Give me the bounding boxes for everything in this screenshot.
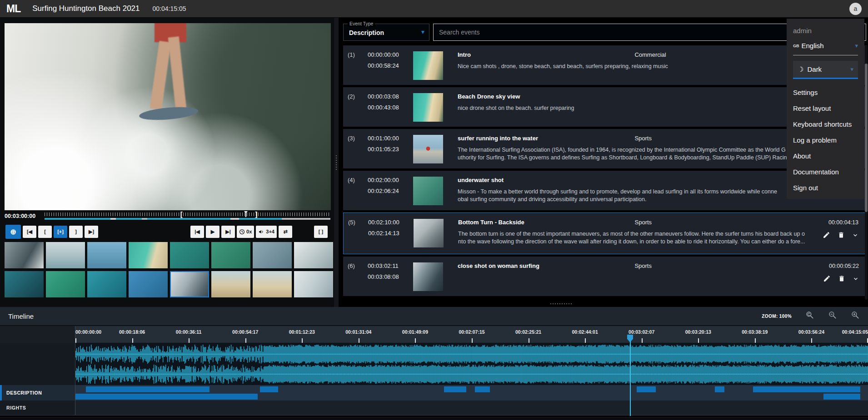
menu-item-sign-out[interactable]: Sign out [793, 180, 864, 196]
event-out-timecode: 00:01:05:23 [368, 146, 413, 153]
ruler-tick [302, 338, 303, 343]
audio-channels-button[interactable]: 3+4 [256, 226, 277, 238]
language-select[interactable]: GB English ▾ [793, 42, 858, 55]
filmstrip-thumbnail[interactable] [170, 242, 209, 268]
menu-username: admin [793, 27, 864, 35]
timeline-clip[interactable] [444, 386, 466, 392]
timeline-clip[interactable] [475, 386, 490, 392]
edit-event-button[interactable] [823, 275, 831, 282]
filmstrip-thumbnail[interactable] [87, 242, 126, 268]
add-subclip-button[interactable]: [+] [54, 226, 67, 238]
event-index: (4) [348, 177, 368, 183]
event-row[interactable]: (6)00:03:02:1100:03:08:08close shot on w… [343, 257, 866, 296]
filmstrip-thumbnail[interactable] [5, 242, 44, 268]
ruler-tick [132, 338, 133, 343]
events-scrollbar[interactable] [865, 45, 868, 300]
event-type-select[interactable]: Event Type Description ▾ [343, 24, 429, 41]
fullscreen-button[interactable]: [ ] [314, 226, 328, 238]
timeline-ruler[interactable]: 00:00:00:0000:00:18:0600:00:36:1100:00:5… [0, 326, 868, 343]
goto-in-button[interactable]: [◀ [23, 226, 36, 238]
theme-select[interactable]: ☾ Dark ▾ [793, 61, 858, 79]
menu-item-log-a-problem[interactable]: Log a problem [793, 132, 864, 148]
event-duration: 00:00:04:13 [828, 219, 859, 226]
app-logo: ML [6, 3, 20, 15]
menu-item-reset-layout[interactable]: Reset layout [793, 100, 864, 116]
ruler-timecode: 00:03:38:19 [742, 329, 768, 335]
edit-event-button[interactable] [823, 231, 830, 239]
timeline-header: Timeline ZOOM: 100% [0, 307, 868, 326]
track-area[interactable] [75, 400, 868, 415]
expand-event-button[interactable] [853, 276, 859, 282]
filmstrip-thumbnail[interactable] [129, 242, 168, 268]
add-event-button[interactable]: ⊕ [5, 225, 21, 239]
scrubber-playhead[interactable] [245, 211, 246, 217]
expand-event-button[interactable] [852, 232, 858, 238]
vertical-splitter[interactable] [334, 18, 339, 307]
menu-item-about[interactable]: About [793, 148, 864, 164]
menu-item-documentation[interactable]: Documentation [793, 164, 864, 180]
set-in-button[interactable]: [ [38, 226, 52, 238]
timeline-clip[interactable] [75, 394, 258, 400]
timeline-panel: Timeline ZOOM: 100% 00:00:00:0000:00:18:… [0, 307, 868, 420]
trash-icon [838, 275, 845, 282]
event-row[interactable]: (5)00:02:10:0000:02:14:13Bottom Turn - B… [343, 212, 866, 254]
filmstrip-thumbnail[interactable] [294, 271, 333, 297]
track-label-description[interactable]: DESCRIPTION [0, 385, 75, 400]
timeline-clip[interactable] [715, 386, 724, 392]
ruler-timecode: 00:02:25:21 [515, 329, 541, 335]
ruler-tick [189, 338, 190, 343]
skip-end-button[interactable]: ▶| [221, 226, 235, 238]
horizontal-splitter[interactable] [339, 301, 868, 306]
track-label-rights[interactable]: RIGHTS [0, 400, 75, 415]
delete-event-button[interactable] [838, 275, 845, 282]
timeline-clip[interactable] [637, 386, 656, 392]
range-out-bracket[interactable]: ] [255, 210, 258, 218]
filmstrip-thumbnail[interactable] [211, 271, 250, 297]
ruler-timecode: 00:03:20:13 [685, 329, 711, 335]
filmstrip-thumbnail[interactable] [87, 271, 126, 297]
filmstrip-thumbnail[interactable] [253, 242, 292, 268]
event-duration: 00:00:05:22 [829, 263, 860, 269]
zoom-reset-icon[interactable] [805, 311, 814, 321]
waveform[interactable] [75, 343, 868, 385]
events-scrollbar-thumb[interactable] [865, 64, 868, 212]
filmstrip-thumbnail[interactable] [46, 271, 85, 297]
avatar[interactable]: a [849, 3, 862, 15]
event-in-timecode: 00:02:00:00 [368, 177, 413, 183]
video-pane: 00:03:00:00 [ ] ⊕[◀[[+]]▶]|◀▶▶|0x3+4⇄[ ] [0, 18, 334, 307]
fullscreen-button-label: [ ] [319, 229, 323, 234]
top-bar: ML Surfing Huntington Beach 2021 00:04:1… [0, 0, 868, 18]
event-thumbnail [413, 135, 443, 163]
filmstrip-thumbnail[interactable] [129, 271, 168, 297]
timeline-clip[interactable] [260, 386, 278, 392]
speed-button[interactable]: 0x [237, 226, 254, 238]
zoom-in-icon[interactable] [851, 311, 860, 321]
menu-item-settings[interactable]: Settings [793, 84, 864, 100]
goto-out-button[interactable]: ▶] [85, 226, 98, 238]
timeline-clip[interactable] [823, 394, 860, 400]
video-display[interactable] [5, 23, 331, 210]
zoom-out-icon[interactable] [828, 311, 837, 321]
set-out-button[interactable]: ] [69, 226, 83, 238]
scrubber[interactable]: [ ] [45, 212, 330, 222]
filmstrip-thumbnail[interactable] [253, 271, 292, 297]
skip-start-button[interactable]: |◀ [190, 226, 204, 238]
event-title: Intro [458, 51, 634, 58]
ruler-timecode: 00:00:54:17 [232, 329, 258, 335]
ruler-timecode: 00:02:44:01 [572, 329, 598, 335]
filmstrip-thumbnail[interactable] [5, 271, 44, 297]
timeline-clip[interactable] [86, 386, 210, 392]
shuttle-button[interactable]: ⇄ [279, 226, 292, 238]
filmstrip-thumbnail[interactable] [294, 242, 333, 268]
filmstrip-thumbnail[interactable] [46, 242, 85, 268]
track-area[interactable] [75, 385, 868, 400]
filmstrip-thumbnail[interactable] [211, 242, 250, 268]
menu-item-keyboard-shortcuts[interactable]: Keyboard shortcuts [793, 116, 864, 132]
play-button[interactable]: ▶ [206, 226, 219, 238]
range-in-bracket[interactable]: [ [180, 210, 183, 218]
delete-event-button[interactable] [838, 231, 845, 239]
event-in-timecode: 00:03:02:11 [368, 262, 413, 269]
filmstrip-thumbnail[interactable] [170, 271, 209, 297]
ruler-tick [642, 338, 643, 343]
timeline-clip[interactable] [753, 386, 860, 392]
